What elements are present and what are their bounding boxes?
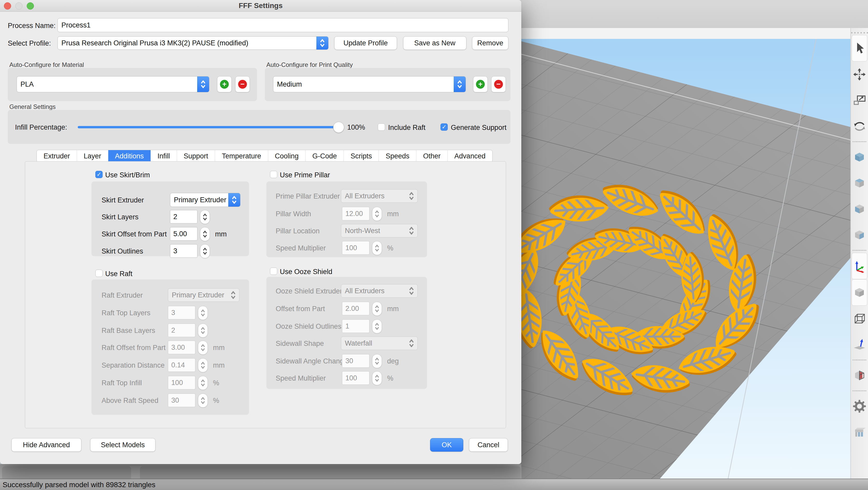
sidewall-angle-stepper	[372, 354, 382, 368]
toolbar-drag-handle[interactable]	[851, 32, 868, 33]
skirt-offset-label: Skirt Offset from Part	[101, 230, 167, 238]
raft-top-layers-input: 3	[168, 306, 195, 319]
prime-pillar-extruder-select: All Extruders	[341, 189, 418, 203]
raft-base-layers-stepper	[198, 323, 208, 338]
axes-view-button[interactable]	[852, 253, 867, 279]
xyz-axes-icon	[853, 259, 866, 273]
view-cube-right-button[interactable]	[852, 222, 867, 248]
skirt-offset-stepper[interactable]	[200, 227, 210, 241]
view-cube-front-button[interactable]	[852, 170, 867, 196]
ooze-offset-stepper	[372, 302, 382, 316]
raft-extruder-select: Primary Extruder	[168, 288, 240, 302]
cursor-tool-button[interactable]	[852, 35, 867, 61]
raft-top-infill-stepper	[198, 376, 208, 390]
view-cube-left-icon	[853, 202, 866, 216]
ooze-speed-multiplier-unit: %	[387, 374, 393, 382]
tab-extruder[interactable]: Extruder	[37, 150, 77, 162]
chevron-updown-icon	[316, 36, 328, 50]
scale-tool-button[interactable]	[852, 87, 867, 113]
use-ooze-shield-checkbox[interactable]	[270, 267, 277, 275]
remove-profile-button[interactable]: Remove	[472, 36, 508, 50]
tab-speeds[interactable]: Speeds	[379, 150, 416, 162]
cancel-button[interactable]: Cancel	[469, 438, 508, 452]
status-bar: Successfully parsed model with 89832 tri…	[0, 479, 868, 490]
ok-button[interactable]: OK	[430, 438, 463, 452]
infill-value: 100%	[347, 123, 365, 132]
cross-section-icon	[853, 369, 866, 382]
tab-temperature[interactable]: Temperature	[215, 150, 268, 162]
remove-quality-button[interactable]: −	[491, 76, 506, 92]
view-cube-front-icon	[853, 176, 866, 190]
move-tool-button[interactable]	[852, 61, 867, 87]
wireframe-render-button[interactable]	[852, 306, 867, 332]
raft-offset-stepper	[198, 341, 208, 355]
tab-layer[interactable]: Layer	[77, 150, 108, 162]
tab-advanced[interactable]: Advanced	[448, 150, 492, 162]
rotate-tool-button[interactable]	[852, 113, 867, 139]
skirt-layers-label: Skirt Layers	[101, 213, 138, 221]
tab-cooling[interactable]: Cooling	[268, 150, 306, 162]
infill-percentage-label: Infill Percentage:	[15, 123, 67, 132]
tab-additions[interactable]: Additions	[108, 150, 151, 162]
tab-scripts[interactable]: Scripts	[344, 150, 379, 162]
ooze-shield-extruder-select: All Extruders	[341, 284, 418, 298]
sidewall-shape-select: Waterfall	[341, 337, 418, 350]
skirt-outlines-input[interactable]: 3	[170, 244, 197, 258]
viewport-toolbar	[850, 28, 868, 479]
settings-button[interactable]	[852, 393, 867, 419]
tab-gcode[interactable]: G-Code	[306, 150, 344, 162]
skirt-layers-input[interactable]: 2	[170, 210, 197, 224]
generate-support-checkbox[interactable]: ✓	[440, 123, 448, 131]
support-structures-button[interactable]	[852, 419, 867, 445]
sidewall-angle-unit: deg	[387, 357, 399, 365]
update-profile-button[interactable]: Update Profile	[334, 36, 397, 50]
view-cube-top-button[interactable]	[852, 144, 867, 170]
cross-section-button[interactable]	[852, 363, 867, 388]
tab-other[interactable]: Other	[416, 150, 448, 162]
use-raft-checkbox[interactable]	[95, 270, 103, 277]
pillar-location-label: Pillar Location	[276, 227, 320, 235]
solid-render-button[interactable]	[852, 279, 867, 306]
ooze-speed-multiplier-label: Speed Multiplier	[276, 374, 326, 382]
select-models-button[interactable]: Select Models	[90, 438, 155, 452]
skirt-layers-stepper[interactable]	[200, 210, 210, 224]
separation-distance-stepper	[198, 358, 208, 372]
remove-material-button[interactable]: −	[235, 76, 250, 92]
infill-slider[interactable]	[78, 126, 339, 128]
add-material-button[interactable]: +	[217, 76, 231, 92]
toolbar-separator	[853, 359, 866, 361]
material-select[interactable]: PLA	[17, 76, 209, 92]
add-quality-button[interactable]: +	[473, 76, 488, 92]
raft-top-layers-label: Raft Top Layers	[101, 309, 151, 317]
use-skirt-brim-checkbox[interactable]: ✓	[95, 171, 103, 178]
skirt-offset-input[interactable]: 5.00	[170, 227, 197, 240]
skirt-outlines-stepper[interactable]	[200, 244, 210, 258]
status-message: Successfully parsed model with 89832 tri…	[3, 481, 155, 489]
infill-slider-handle[interactable]	[333, 122, 344, 133]
process-name-input[interactable]: Process1	[58, 18, 508, 32]
view-cube-left-button[interactable]	[852, 196, 867, 222]
ooze-outlines-input: 1	[342, 319, 370, 333]
include-raft-checkbox[interactable]	[378, 123, 385, 131]
chevron-updown-icon	[197, 77, 209, 92]
include-raft-label: Include Raft	[388, 124, 426, 132]
hide-advanced-button[interactable]: Hide Advanced	[11, 438, 81, 452]
save-as-new-button[interactable]: Save as New	[403, 36, 466, 50]
use-prime-pillar-label: Use Prime Pillar	[280, 171, 330, 179]
chevron-updown-icon	[405, 190, 417, 202]
dialog-titlebar[interactable]: FFF Settings	[0, 0, 521, 12]
profile-select[interactable]: Prusa Research Original Prusa i3 MK3(2) …	[58, 36, 329, 50]
tab-support[interactable]: Support	[177, 150, 215, 162]
ooze-offset-input: 2.00	[342, 302, 370, 315]
process-name-label: Process Name:	[8, 22, 56, 30]
raft-top-infill-label: Raft Top Infill	[101, 379, 142, 387]
quality-select[interactable]: Medium	[273, 76, 466, 92]
use-prime-pillar-checkbox[interactable]	[270, 171, 277, 178]
skirt-extruder-select[interactable]: Primary Extruder	[170, 193, 241, 207]
select-profile-label: Select Profile:	[8, 39, 51, 48]
gear-icon	[853, 400, 866, 413]
surface-normal-button[interactable]	[852, 332, 867, 357]
chevron-updown-icon	[405, 224, 417, 237]
tab-infill[interactable]: Infill	[151, 150, 177, 162]
above-raft-speed-label: Above Raft Speed	[101, 397, 158, 405]
